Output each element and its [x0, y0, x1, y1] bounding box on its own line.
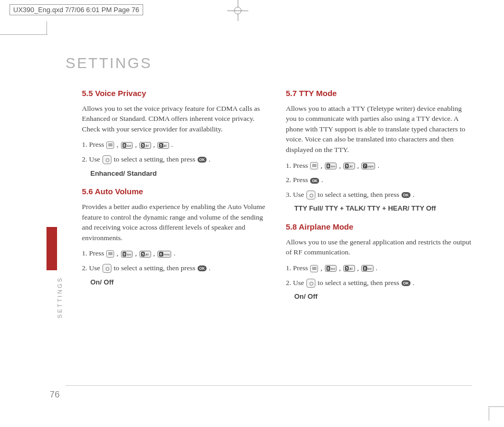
text: . [207, 264, 211, 272]
text: to select a setting, then press [112, 155, 197, 163]
nav-key-icon [306, 191, 315, 200]
text: 1. Press [286, 264, 310, 272]
content-columns: 5.5 Voice Privacy Allows you to set the … [82, 88, 473, 307]
desc-5-8: Allows you to use the general applicatio… [286, 237, 473, 258]
nav-key-icon [306, 279, 315, 288]
side-label: SETTINGS [57, 277, 63, 318]
text: to select a setting, then press [112, 264, 197, 272]
step-5-6-2: 2. Use to select a setting, then press O… [82, 263, 269, 273]
key-8-icon: 8tuv [325, 163, 337, 169]
step-5-7-2: 2. Press OK . [286, 175, 473, 185]
text: 2. Use [82, 155, 102, 163]
step-5-8-2: 2. Use to select a setting, then press O… [286, 278, 473, 288]
text: , [133, 140, 138, 148]
text: , [337, 264, 342, 272]
print-header: UX390_Eng.qxd 7/7/06 6:01 PM Page 76 [10, 4, 143, 15]
page-number: 76 [50, 390, 60, 400]
step-5-7-1: 1. Press , 8tuv , 5jkl , 7pqrs . [286, 160, 473, 171]
text: , [152, 140, 157, 148]
key-5-icon: 5jkl [343, 163, 355, 169]
step-5-5-1: 1. Press , 8tuv , 5jkl , 5jkl . [82, 139, 269, 150]
key-5-icon: 5jkl [139, 142, 151, 149]
key-8-icon: 8tuv [325, 265, 337, 272]
menu-key-icon [310, 265, 318, 272]
heading-5-7: 5.7 TTY Mode [286, 88, 473, 99]
ok-key-icon: OK [198, 157, 207, 163]
text: 2. Press [286, 176, 310, 184]
desc-5-6: Provides a better audio experience by en… [82, 202, 269, 243]
desc-5-7: Allows you to attach a TTY (Teletype wri… [286, 103, 473, 155]
key-6-icon: 6mno [157, 251, 172, 258]
nav-key-icon [102, 264, 111, 273]
nav-key-icon [102, 155, 111, 164]
text: . [374, 264, 378, 272]
options-5-7: TTY Full/ TTY + TALK/ TTY + HEAR/ TTY Of… [294, 204, 473, 214]
key-8-icon: 8tuv [361, 265, 374, 272]
text: , [133, 249, 138, 257]
step-5-6-1: 1. Press , 8tuv , 5jkl , 6mno . [82, 248, 269, 259]
left-column: 5.5 Voice Privacy Allows you to set the … [82, 88, 269, 307]
text: 2. Use [286, 279, 306, 287]
text: , [319, 162, 324, 169]
text: , [356, 264, 361, 272]
step-5-5-2: 2. Use to select a setting, then press O… [82, 154, 269, 165]
heading-5-8: 5.8 Airplane Mode [286, 221, 473, 233]
text: 1. Press [286, 162, 310, 169]
key-5-icon: 5jkl [139, 251, 151, 258]
ok-key-icon: OK [402, 192, 410, 198]
desc-5-5: Allows you to set the voice privacy feat… [82, 103, 269, 135]
right-column: 5.7 TTY Mode Allows you to attach a TTY … [286, 88, 473, 307]
key-8-icon: 8tuv [121, 251, 133, 258]
text: 2. Use [82, 264, 102, 272]
text: , [115, 249, 120, 257]
key-5-icon: 5jkl [343, 265, 355, 272]
text: . [411, 279, 415, 287]
menu-key-icon [310, 162, 318, 169]
heading-5-6: 5.6 Auto Volume [82, 186, 269, 197]
key-5-icon: 5jkl [157, 142, 169, 149]
text: 3. Use [286, 191, 306, 198]
step-5-7-3: 3. Use to select a setting, then press O… [286, 189, 473, 200]
ok-key-icon: OK [310, 178, 319, 184]
text: . [376, 162, 379, 169]
step-5-8-1: 1. Press , 8tuv , 5jkl , 8tuv . [286, 263, 473, 273]
text: , [337, 162, 342, 169]
ok-key-icon: OK [402, 280, 410, 286]
text: . [172, 249, 175, 257]
text: to select a setting, then press [316, 191, 401, 198]
text: , [319, 264, 324, 272]
page-title: SETTINGS [66, 55, 152, 72]
crop-mark-br [488, 406, 504, 407]
heading-5-5: 5.5 Voice Privacy [82, 88, 269, 99]
side-tab [46, 227, 57, 270]
options-5-6: On/ Off [90, 278, 269, 288]
key-7-icon: 7pqrs [361, 163, 376, 169]
menu-key-icon [106, 250, 114, 258]
menu-key-icon [106, 141, 114, 149]
text: , [356, 162, 361, 169]
text: . [207, 155, 211, 163]
text: . [411, 191, 415, 198]
text: 1. Press [82, 249, 106, 257]
key-8-icon: 8tuv [121, 142, 133, 149]
options-5-8: On/ Off [294, 292, 473, 302]
text: , [152, 249, 157, 257]
text: . [320, 176, 323, 184]
text: 1. Press [82, 140, 106, 148]
text: to select a setting, then press [316, 279, 401, 287]
options-5-5: Enhanced/ Standard [90, 169, 269, 179]
text: , [115, 140, 120, 148]
text: . [170, 140, 173, 148]
ok-key-icon: OK [198, 265, 207, 271]
footer-rule [66, 385, 472, 386]
crop-mark-tl [0, 34, 48, 35]
